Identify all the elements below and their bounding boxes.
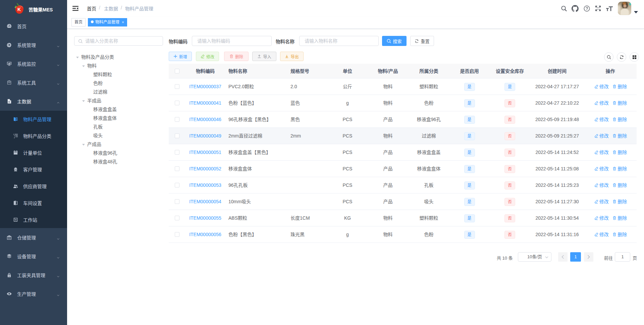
svg-text:K: K — [17, 7, 21, 12]
